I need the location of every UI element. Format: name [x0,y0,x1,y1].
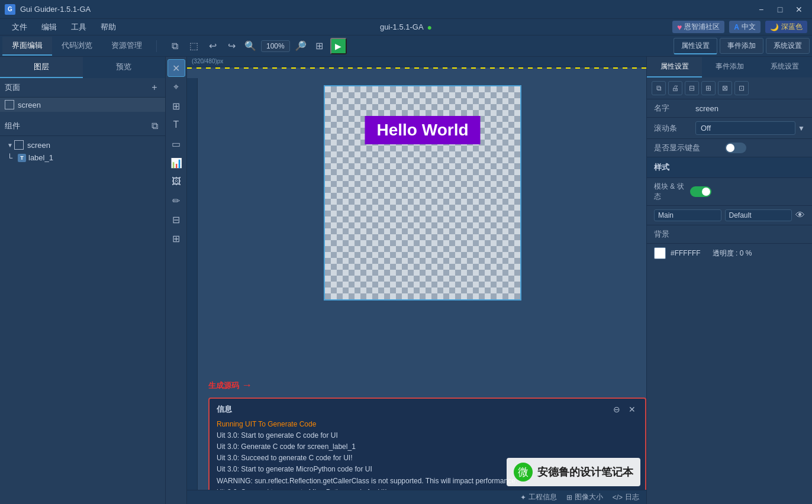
tab-layers[interactable]: 图层 [0,57,83,78]
prop-keyboard-label: 是否显示键盘 [654,143,725,153]
title-bar-controls[interactable]: − □ ✕ [753,4,807,15]
prop-scroll-select[interactable]: Off On [695,121,795,135]
menu-file[interactable]: 文件 [5,20,34,35]
menu-help[interactable]: 帮助 [94,20,123,35]
right-toolbar-icons: ⧉ 🖨 ⊟ ⊞ ⊠ ⊡ [647,77,812,99]
prop-scroll-label: 滚动条 [654,123,695,134]
right-panel: 属性设置 事件添加 系统设置 ⧉ 🖨 ⊟ ⊞ ⊠ ⊡ 名字 screen 滚动条… [646,57,812,504]
tab-ui-edit[interactable]: 界面编辑 [2,37,52,56]
right-tab-events[interactable]: 事件添加 [702,57,757,77]
info-close-button[interactable]: ✕ [626,403,638,415]
keyboard-toggle[interactable] [725,143,746,153]
tree-screen[interactable]: ▼ screen [5,138,160,151]
tree-label1[interactable]: └ T label_1 [5,151,160,164]
redo-button[interactable]: ↪ [223,38,240,54]
add-component-button[interactable]: ⧉ [149,120,160,132]
prop-name-row: 名字 screen [647,99,812,118]
status-project-info[interactable]: ✦ 工程信息 [520,492,557,502]
paste-button[interactable]: ⬚ [185,38,202,54]
info-line-1: Uit 3.0: Start to generate C code for UI [217,430,638,441]
info-minimize-button[interactable]: ⊖ [611,403,623,415]
style-section-header: 样式 [647,157,812,178]
toolbar-separator [156,40,157,52]
canvas-inner[interactable]: Hello World [325,86,520,299]
tab-code-browse[interactable]: 代码浏览 [52,37,102,56]
menu-tools[interactable]: 工具 [64,20,94,35]
rt-grid[interactable]: ⊡ [734,81,749,95]
undo-button[interactable]: ↩ [204,38,221,54]
tab-resource[interactable]: 资源管理 [102,37,152,56]
menu-edit[interactable]: 编辑 [34,20,64,35]
close-button[interactable]: ✕ [791,4,807,15]
tab-preview[interactable]: 预览 [83,57,166,78]
center-area: (320/480)px Hello World 生成源码 → [187,57,646,504]
copy-button[interactable]: ⧉ [166,38,183,54]
tree-label-icon: T [18,154,26,162]
add-page-button[interactable]: + [149,82,160,93]
community-icon: ♥ [677,22,682,32]
maximize-button[interactable]: □ [772,4,788,15]
layer-screen-name: screen [18,101,41,109]
layer-screen[interactable]: screen [0,98,165,112]
community-button[interactable]: ♥ 恩智浦社区 [672,21,724,33]
tab-events[interactable]: 事件添加 [720,38,763,54]
rt-align-v[interactable]: ⊞ [701,81,716,95]
module-toggle [690,186,711,197]
module-state-row: 模块 & 状态 [647,178,812,206]
main-select[interactable]: Main [654,209,721,221]
app-status-icon: ● [427,22,432,32]
rt-paste[interactable]: 🖨 [668,81,682,95]
project-info-icon: ✦ [520,493,526,502]
tool-rect[interactable]: ▭ [167,135,185,153]
bg-color-row: #FFFFFF 透明度 : 0 % [647,244,812,263]
right-tab-system[interactable]: 系统设置 [757,57,812,77]
generate-annotation: 生成源码 → [208,379,252,392]
grid-button[interactable]: ⊞ [311,38,328,54]
log-icon: </> [613,493,623,502]
log-label: 日志 [625,492,639,502]
image-size-label: 图像大小 [575,492,603,502]
eye-icon[interactable]: 👁 [795,210,805,221]
tree-screen-icon [14,140,24,150]
color-swatch[interactable] [654,247,666,259]
opacity-value: 透明度 : 0 % [713,248,752,259]
main-layout: 图层 预览 页面 + screen 组件 ⧉ ▼ screen └ T la [0,57,812,504]
tool-pen[interactable]: ✏ [167,192,185,209]
tool-pointer[interactable]: ⌖ [167,78,185,96]
scroll-arrow: ▼ [798,124,805,133]
tool-image[interactable]: 🖼 [167,173,185,190]
default-select[interactable]: Default [725,209,792,221]
layer-screen-icon [5,100,14,109]
components-section: 组件 ⧉ [0,117,165,136]
lang-label: 中文 [742,22,756,32]
zoom-in-button[interactable]: 🔎 [292,38,309,54]
tree-label-name: label_1 [28,153,53,162]
components-title: 组件 [5,121,20,131]
tool-chart[interactable]: 📊 [167,154,185,172]
tab-system[interactable]: 系统设置 [766,38,810,54]
status-bar: ✦ 工程信息 ⊞ 图像大小 </> 日志 [187,490,646,504]
theme-label: 深蓝色 [781,22,803,32]
play-button[interactable]: ▶ [330,38,347,54]
tool-grid[interactable]: ⊞ [167,230,185,247]
tool-text[interactable]: T [167,116,185,134]
canvas-border: Hello World [324,85,521,301]
module-toggle-switch[interactable] [690,186,711,197]
tab-properties[interactable]: 属性设置 [674,38,717,54]
status-image-size[interactable]: ⊞ 图像大小 [566,492,603,502]
theme-button[interactable]: 🌙 深蓝色 [765,21,807,33]
rt-distribute[interactable]: ⊠ [718,81,732,95]
tool-select[interactable]: ✕ [167,59,185,77]
minimize-button[interactable]: − [753,4,769,15]
zoom-out-button[interactable]: 🔍 [242,38,259,54]
language-button[interactable]: A 中文 [729,21,761,33]
toolbar-actions: ⧉ ⬚ ↩ ↪ 🔍 100% 🔎 ⊞ ▶ [166,38,347,54]
right-panel-tabs: 属性设置 事件添加 系统设置 [674,38,810,54]
right-tab-properties[interactable]: 属性设置 [647,57,702,77]
tool-table[interactable]: ⊟ [167,211,185,228]
status-log[interactable]: </> 日志 [613,492,639,502]
tool-container[interactable]: ⊞ [167,97,185,115]
rt-copy[interactable]: ⧉ [652,81,666,95]
pages-title: 页面 [5,82,20,93]
rt-align-h[interactable]: ⊟ [685,81,699,95]
